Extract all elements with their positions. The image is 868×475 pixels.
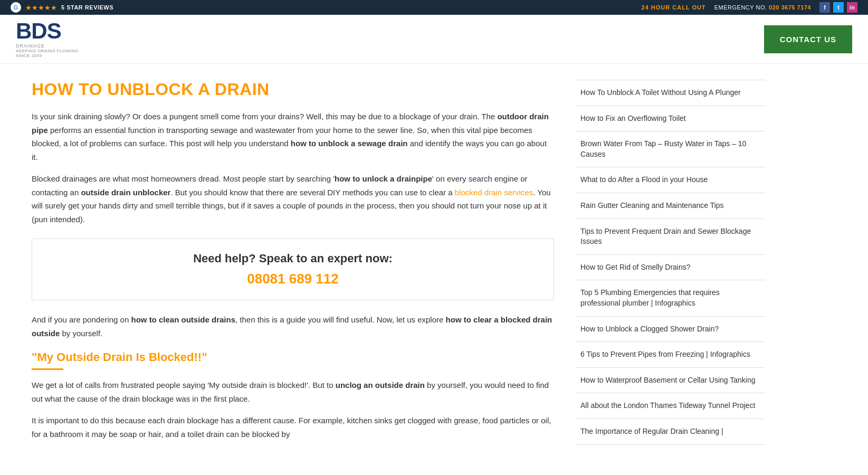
star-rating: ★★★★★ xyxy=(25,4,57,12)
section-heading: "My Outside Drain Is Blocked!!" xyxy=(32,350,554,364)
paragraph-4: We get a lot of calls from frustrated pe… xyxy=(32,378,554,405)
sidebar-item[interactable]: How to Unblock a Clogged Shower Drain? xyxy=(575,317,765,343)
social-icons: f t in xyxy=(819,2,857,13)
paragraph-3: And if you are pondering on how to clean… xyxy=(32,313,554,340)
sidebar-item[interactable]: Rain Gutter Cleaning and Maintenance Tip… xyxy=(575,193,765,219)
emergency-number[interactable]: 020 3675 7174 xyxy=(769,4,811,11)
bold-unlock-drainpipe: how to unlock a drainpipe xyxy=(335,174,432,183)
sidebar-list: How To Unblock A Toilet Without Using A … xyxy=(575,80,765,445)
bold-clear-blocked: how to clear a blocked drain outside xyxy=(32,315,552,338)
blocked-drain-link[interactable]: blocked drain services xyxy=(455,188,533,197)
sidebar-item[interactable]: How to Get Rid of Smelly Drains? xyxy=(575,255,765,281)
google-icon: G xyxy=(11,2,21,13)
logo-tagline: KEEPING DRAINS FLOWINGSINCE 2009 xyxy=(16,49,79,58)
sidebar-item[interactable]: 6 Tips to Prevent Pipes from Freezing | … xyxy=(575,342,765,368)
main-container: HOW TO UNBLOCK A DRAIN Is your sink drai… xyxy=(0,64,868,465)
section-underline xyxy=(32,368,63,370)
sidebar-item[interactable]: How to Fix an Overflowing Toilet xyxy=(575,106,765,132)
facebook-icon[interactable]: f xyxy=(819,2,830,13)
logo-text: BDS xyxy=(16,20,79,42)
top-bar: G ★★★★★ 5 STAR REVIEWS 24 HOUR CALL OUT … xyxy=(0,0,868,15)
twitter-icon[interactable]: t xyxy=(833,2,844,13)
sidebar-item[interactable]: Top 5 Plumbing Emergencies that requires… xyxy=(575,280,765,316)
callout-label: 24 HOUR CALL OUT xyxy=(642,4,706,11)
sidebar-item[interactable]: How to Waterproof Basement or Cellar Usi… xyxy=(575,368,765,394)
sidebar-item[interactable]: Brown Water From Tap – Rusty Water in Ta… xyxy=(575,131,765,167)
sidebar-item[interactable]: How To Unblock A Toilet Without Using A … xyxy=(575,80,765,106)
instagram-icon[interactable]: in xyxy=(847,2,857,13)
callout-box: Need help? Speak to an expert now: 08081… xyxy=(32,239,554,300)
intro-paragraph-1: Is your sink draining slowly? Or does a … xyxy=(32,110,554,164)
reviews-section: G ★★★★★ 5 STAR REVIEWS xyxy=(11,2,113,13)
contact-button[interactable]: CONTACT US xyxy=(764,25,852,53)
reviews-label: 5 STAR REVIEWS xyxy=(61,4,113,11)
header-right: CONTACT US xyxy=(764,25,852,53)
bold-outside-unblocker: outside drain unblocker xyxy=(81,188,170,197)
callout-heading: Need help? Speak to an expert now: xyxy=(45,252,541,265)
bold-clean-outside: how to clean outside drains xyxy=(131,315,235,324)
bold-outdoor-drain: outdoor drain pipe xyxy=(32,112,549,135)
header: BDS DRAINAGE KEEPING DRAINS FLOWINGSINCE… xyxy=(0,15,868,64)
intro-paragraph-2: Blocked drainages are what most homeowne… xyxy=(32,172,554,226)
top-bar-right: 24 HOUR CALL OUT EMERGENCY NO. 020 3675 … xyxy=(642,2,857,13)
sidebar-item[interactable]: What to do After a Flood in your House xyxy=(575,167,765,193)
logo-subtitle: DRAINAGE xyxy=(16,43,79,49)
content-area: HOW TO UNBLOCK A DRAIN Is your sink drai… xyxy=(32,80,554,449)
paragraph-5: It is important to do this because each … xyxy=(32,414,554,441)
bold-unclog: unclog an outside drain xyxy=(336,381,425,390)
emergency-label: EMERGENCY NO. 020 3675 7174 xyxy=(714,4,811,11)
sidebar-item[interactable]: Tips to Prevent Frequent Drain and Sewer… xyxy=(575,219,765,255)
sidebar-item[interactable]: The Importance of Regular Drain Cleaning… xyxy=(575,419,765,445)
bold-unblock-drain: how to unblock a sewage drain xyxy=(291,139,408,148)
sidebar-item[interactable]: All about the London Thames Tideway Tunn… xyxy=(575,393,765,419)
sidebar: How To Unblock A Toilet Without Using A … xyxy=(575,80,765,449)
logo: BDS DRAINAGE KEEPING DRAINS FLOWINGSINCE… xyxy=(16,20,79,58)
callout-phone[interactable]: 08081 689 112 xyxy=(45,271,541,287)
page-title: HOW TO UNBLOCK A DRAIN xyxy=(32,80,554,99)
